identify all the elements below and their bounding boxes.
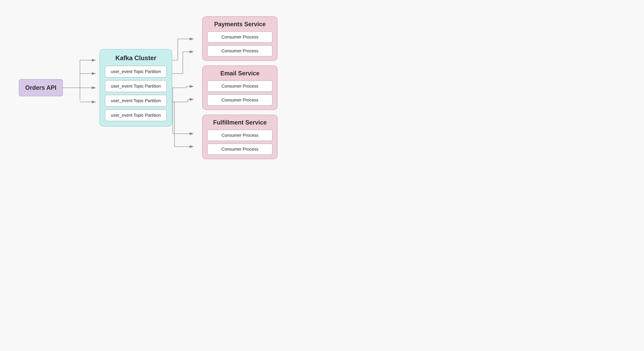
payments-consumer-2: Consumer Process: [207, 45, 272, 56]
payments-service-title: Payments Service: [214, 21, 266, 28]
diagram: Orders API: [19, 11, 303, 165]
email-service-box: Email Service Consumer Process Consumer …: [202, 65, 278, 110]
email-consumer-1: Consumer Process: [207, 80, 272, 92]
partition-box-4: user_event Topic Partition: [105, 109, 167, 121]
services-column: Payments Service Consumer Process Consum…: [202, 16, 278, 159]
partition-box-2: user_event Topic Partition: [105, 80, 167, 92]
fulfillment-consumer-1: Consumer Process: [207, 130, 272, 141]
orders-api-label: Orders API: [25, 84, 56, 91]
payments-consumer-1: Consumer Process: [207, 31, 272, 43]
fulfillment-service-title: Fulfillment Service: [213, 119, 267, 126]
email-service-title: Email Service: [220, 70, 260, 77]
partition-box-1: user_event Topic Partition: [105, 66, 167, 77]
fulfillment-service-box: Fulfillment Service Consumer Process Con…: [202, 115, 278, 159]
orders-api-box: Orders API: [19, 79, 63, 96]
kafka-cluster-container: Kafka Cluster user_event Topic Partition…: [100, 49, 172, 126]
fulfillment-consumer-2: Consumer Process: [207, 144, 272, 155]
partition-box-3: user_event Topic Partition: [105, 95, 167, 107]
kafka-cluster-box: Kafka Cluster user_event Topic Partition…: [100, 49, 172, 126]
kafka-cluster-title: Kafka Cluster: [116, 54, 156, 62]
payments-service-box: Payments Service Consumer Process Consum…: [202, 16, 278, 61]
email-consumer-2: Consumer Process: [207, 94, 272, 106]
